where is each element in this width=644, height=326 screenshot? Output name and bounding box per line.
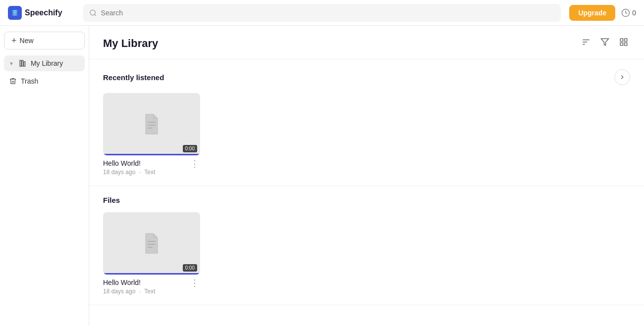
sidebar-item-trash[interactable]: Trash [4,73,85,89]
top-nav: Speechify Upgrade 0 [0,0,644,26]
svg-rect-5 [22,60,23,66]
svg-rect-13 [620,43,623,46]
card-thumbnail: 0:00 [103,93,200,155]
document-icon [142,232,161,255]
svg-rect-11 [620,39,623,41]
card-info: Hello World! 18 days ago · Text ⋮ [103,159,200,176]
card-name: Hello World! [103,159,155,167]
new-button-label: New [20,37,34,45]
svg-rect-14 [625,43,627,46]
cards-row: 0:00 Hello World! 18 days ago · Text [103,212,630,295]
filter-button[interactable] [598,36,611,51]
content-header: My Library [89,26,644,59]
list-item[interactable]: 0:00 Hello World! 18 days ago · Text [103,93,200,176]
header-actions [580,36,630,51]
progress-bar [103,273,200,275]
time-badge: 0:00 [183,145,197,152]
logo: Speechify [8,6,77,20]
credits-icon [621,8,630,17]
files-section: Files 0:00 [89,186,644,305]
credits-count: 0 [632,9,636,17]
topnav-right: Upgrade 0 [567,5,636,21]
trash-icon [9,77,17,85]
svg-rect-12 [625,39,627,41]
credits-badge: 0 [621,8,636,17]
sidebar: + New ▼ My Library Trash [0,26,89,326]
chevron-icon: ▼ [9,61,14,66]
section-header: Files [103,196,630,204]
meta-type: Text [144,169,155,176]
sidebar-item-label: My Library [31,59,63,67]
page-title: My Library [103,37,158,50]
content-area: My Library [89,26,644,326]
list-item[interactable]: 0:00 Hello World! 18 days ago · Text [103,212,200,295]
app-name: Speechify [25,8,62,17]
grid-icon [619,38,628,47]
card-menu-button[interactable]: ⋮ [189,279,200,287]
cards-row: 0:00 Hello World! 18 days ago · Text [103,93,630,176]
meta-type: Text [144,288,155,295]
library-icon [19,59,27,67]
document-icon [142,112,161,136]
section-next-button[interactable] [614,69,630,85]
card-name: Hello World! [103,279,155,286]
svg-line-2 [95,14,96,16]
plus-icon: + [11,36,17,45]
card-meta: 18 days ago · Text [103,288,155,295]
svg-rect-4 [20,60,21,66]
search-icon [89,9,97,17]
card-thumbnail: 0:00 [103,212,200,275]
sidebar-item-label: Trash [21,77,38,85]
search-input[interactable] [101,9,555,17]
new-button[interactable]: + New [4,32,85,49]
progress-bar [103,154,200,155]
meta-dot: · [139,288,141,295]
section-title: Recently listened [103,73,164,82]
chevron-right-icon [619,74,626,81]
card-menu-button[interactable]: ⋮ [189,159,200,168]
card-meta: 18 days ago · Text [103,169,155,176]
section-title: Files [103,196,120,204]
upgrade-button[interactable]: Upgrade [569,5,615,21]
search-bar[interactable] [83,4,561,22]
svg-point-1 [90,10,95,15]
time-badge: 0:00 [183,264,197,272]
main-layout: + New ▼ My Library Trash My Library [0,26,644,326]
sort-button[interactable] [580,36,592,51]
sort-icon [582,38,590,47]
filter-icon [600,38,609,47]
meta-time: 18 days ago [103,169,135,176]
speechify-logo-icon [8,6,22,20]
grid-view-button[interactable] [617,36,630,51]
section-header: Recently listened [103,69,630,85]
card-info: Hello World! 18 days ago · Text ⋮ [103,279,200,295]
svg-marker-10 [601,39,609,46]
sidebar-item-my-library[interactable]: ▼ My Library [4,55,85,71]
meta-time: 18 days ago [103,288,135,295]
recently-listened-section: Recently listened [89,59,644,186]
meta-dot: · [139,169,141,176]
svg-rect-6 [24,62,25,66]
